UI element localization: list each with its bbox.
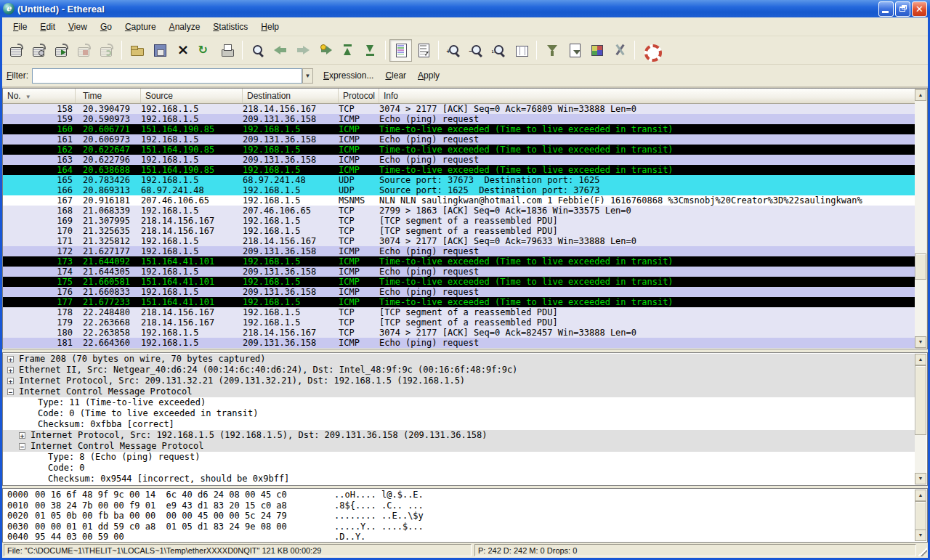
menu-analyze[interactable]: Analyze — [163, 19, 207, 35]
scroll-down-icon[interactable]: ▼ — [915, 529, 926, 541]
filter-input[interactable] — [32, 68, 302, 84]
packet-row[interactable]: 17321.644092151.164.41.101192.168.1.5ICM… — [3, 256, 915, 267]
collapse-icon[interactable]: − — [19, 443, 25, 450]
open-file-button[interactable] — [126, 39, 148, 62]
column-header-protocol[interactable]: Protocol — [339, 89, 379, 103]
scrollbar-thumb[interactable] — [915, 501, 926, 531]
packet-row[interactable]: 15920.590973192.168.1.5209.131.36.158ICM… — [3, 114, 915, 124]
packet-row[interactable]: 16320.622796192.168.1.5209.131.36.158ICM… — [3, 155, 915, 165]
colorize-button[interactable] — [389, 39, 412, 62]
hex-scrollbar[interactable]: ▲ ▼ — [915, 490, 926, 541]
capture-start-button[interactable] — [50, 39, 73, 62]
packet-list-scrollbar[interactable]: ▲ ▼ — [915, 89, 926, 348]
scroll-up-icon[interactable]: ▲ — [915, 490, 926, 501]
auto-scroll-button[interactable] — [412, 39, 434, 62]
scrollbar-thumb[interactable] — [915, 365, 926, 435]
scroll-up-icon[interactable]: ▲ — [915, 89, 926, 101]
close-file-button[interactable] — [171, 39, 193, 62]
expand-icon[interactable]: + — [7, 378, 14, 384]
packet-row[interactable]: 17822.248480218.14.156.167192.168.1.5TCP… — [3, 307, 915, 317]
scroll-down-icon[interactable]: ▼ — [915, 473, 926, 484]
packet-row[interactable]: 17121.325812192.168.1.5218.14.156.167TCP… — [3, 236, 915, 246]
packet-row[interactable]: 16720.916181207.46.106.65192.168.1.5MSNM… — [3, 195, 915, 206]
go-forward-button[interactable] — [291, 39, 314, 62]
packet-row[interactable]: 15820.390479192.168.1.5218.14.156.167TCP… — [3, 104, 915, 114]
clear-button[interactable]: Clear — [385, 70, 406, 81]
packet-row[interactable]: 18022.263858192.168.1.5218.14.156.167TCP… — [3, 328, 915, 338]
go-to-bottom-button[interactable] — [359, 39, 381, 62]
packet-row[interactable]: 16120.606973192.168.1.5209.131.36.158ICM… — [3, 134, 915, 145]
expand-icon[interactable]: + — [7, 367, 14, 373]
go-to-top-button[interactable] — [336, 39, 359, 62]
menu-statistics[interactable]: Statistics — [206, 19, 254, 35]
packet-row[interactable]: 17521.660581151.164.41.101192.168.1.5ICM… — [3, 277, 915, 287]
restore-button[interactable] — [895, 1, 910, 17]
save-file-button[interactable] — [148, 39, 171, 62]
packet-row[interactable]: 17621.660833192.168.1.5209.131.36.158ICM… — [3, 287, 915, 297]
column-header-destination[interactable]: Destination — [243, 89, 339, 103]
column-header-time[interactable]: Time — [76, 89, 141, 103]
detail-line[interactable]: Code: 0 — [3, 463, 915, 474]
packet-row[interactable]: 16520.783426192.168.1.568.97.241.48UDPSo… — [3, 175, 915, 185]
detail-line[interactable]: −Internet Control Message Protocol — [3, 386, 915, 397]
packet-row[interactable]: 18122.664360192.168.1.5209.131.36.158ICM… — [3, 338, 915, 348]
close-button[interactable]: ✕ — [912, 1, 927, 17]
detail-line[interactable]: −Internet Control Message Protocol — [3, 441, 915, 452]
menu-file[interactable]: File — [7, 19, 33, 35]
packet-row[interactable]: 16620.86931368.97.241.48192.168.1.5UDPSo… — [3, 185, 915, 195]
scrollbar-thumb[interactable] — [915, 253, 926, 280]
packet-row[interactable]: 16020.606771151.164.190.85192.168.1.5ICM… — [3, 124, 915, 134]
minimize-button[interactable] — [878, 1, 894, 17]
apply-button[interactable]: Apply — [418, 70, 440, 81]
detail-line[interactable]: +Internet Protocol, Src: 192.168.1.5 (19… — [3, 430, 915, 441]
detail-line[interactable]: Checksum: 0xfbba [correct] — [3, 419, 915, 430]
expand-icon[interactable]: + — [7, 356, 14, 362]
packet-row[interactable]: 17021.325635218.14.156.167192.168.1.5TCP… — [3, 226, 915, 236]
packet-row[interactable]: 17922.263668218.14.156.167192.168.1.5TCP… — [3, 317, 915, 328]
menu-go[interactable]: Go — [94, 19, 118, 35]
packet-row[interactable]: 17221.627177192.168.1.5209.131.36.158ICM… — [3, 246, 915, 256]
hex-line[interactable]: 001000 38 24 7b 00 00 f9 01 e9 43 d1 83 … — [3, 500, 915, 511]
display-filter-button[interactable] — [563, 39, 586, 62]
zoom-in-button[interactable]: + — [442, 39, 465, 62]
expression-button[interactable]: Expression... — [323, 70, 373, 81]
hex-line[interactable]: 002001 05 0b 00 fb ba 00 00 00 00 45 00 … — [3, 511, 915, 522]
hex-line[interactable]: 000000 16 6f 48 9f 9c 00 14 6c 40 d6 24 … — [3, 490, 915, 500]
capture-filter-button[interactable] — [541, 39, 563, 62]
resize-columns-button[interactable] — [510, 39, 533, 62]
packet-row[interactable]: 17721.677233151.164.41.101192.168.1.5ICM… — [3, 297, 915, 307]
detail-line[interactable]: Identifier: 0x0344 — [3, 484, 915, 485]
go-back-button[interactable] — [269, 39, 291, 62]
packet-row[interactable]: 16821.068339192.168.1.5207.46.106.65TCP2… — [3, 206, 915, 216]
zoom-100-button[interactable]: 1:1 — [488, 39, 510, 62]
column-header-info[interactable]: Info — [379, 89, 915, 103]
collapse-icon[interactable]: − — [7, 389, 14, 395]
title-bar[interactable]: e (Untitled) - Ethereal ✕ — [0, 0, 930, 17]
packet-row[interactable]: 16220.622647151.164.190.85192.168.1.5ICM… — [3, 145, 915, 155]
packet-row[interactable]: 16420.638688151.164.190.85192.168.1.5ICM… — [3, 165, 915, 175]
print-button[interactable] — [216, 39, 238, 62]
capture-options-button[interactable] — [28, 39, 50, 62]
filter-dropdown-button[interactable]: ▼ — [302, 68, 313, 84]
zoom-out-button[interactable]: − — [465, 39, 488, 62]
coloring-rules-button[interactable] — [586, 39, 608, 62]
column-header-source[interactable]: Source — [141, 89, 243, 103]
help-button[interactable] — [639, 39, 661, 62]
hex-line[interactable]: 003000 00 01 01 dd 59 c0 a8 01 05 d1 83 … — [3, 522, 915, 532]
resize-grip[interactable] — [918, 547, 927, 556]
go-to-packet-button[interactable] — [314, 39, 336, 62]
hex-line[interactable]: 004095 44 03 00 59 00.D..Y. — [3, 532, 915, 542]
detail-line[interactable]: Checksum: 0x9544 [incorrect, should be 0… — [3, 474, 915, 484]
detail-line[interactable]: +Internet Protocol, Src: 209.131.32.21 (… — [3, 376, 915, 386]
find-packet-button[interactable] — [246, 39, 269, 62]
detail-line[interactable]: Type: 8 (Echo (ping) request) — [3, 452, 915, 463]
column-header-no[interactable]: No.▼ — [3, 89, 76, 103]
list-interfaces-button[interactable] — [5, 39, 28, 62]
preferences-button[interactable] — [608, 39, 631, 62]
expand-icon[interactable]: + — [19, 432, 25, 439]
reload-file-button[interactable] — [193, 39, 216, 62]
detail-line[interactable]: Type: 11 (Time-to-live exceeded) — [3, 397, 915, 408]
detail-line[interactable]: Code: 0 (Time to live exceeded in transi… — [3, 408, 915, 419]
scroll-up-icon[interactable]: ▲ — [915, 354, 926, 365]
menu-edit[interactable]: Edit — [33, 19, 62, 35]
